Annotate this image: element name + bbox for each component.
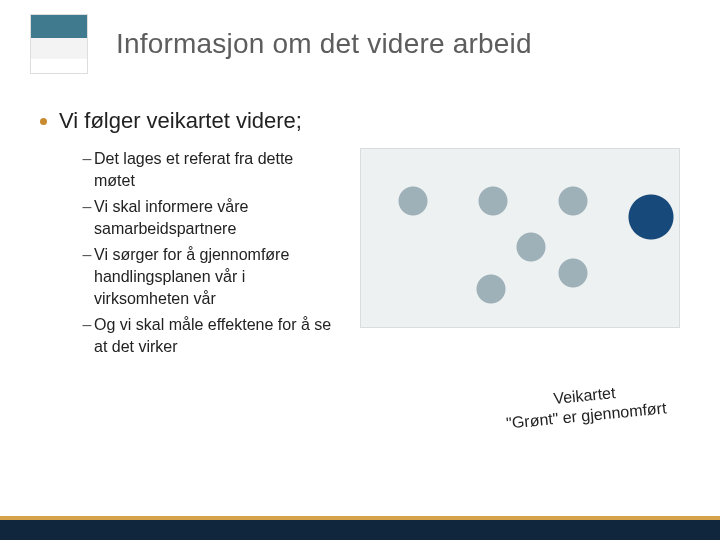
lead-bullet: Vi følger veikartet videre; — [40, 108, 680, 134]
sub-text: Og vi skal måle effektene for å se at de… — [94, 314, 338, 358]
slide-title: Informasjon om det videre arbeid — [116, 28, 532, 60]
sub-item: – Vi sørger for å gjennomføre handlingsp… — [80, 244, 338, 310]
columns: – Det lages et referat fra dette møtet –… — [40, 148, 680, 362]
sub-text: Vi sørger for å gjennomføre handlingspla… — [94, 244, 338, 310]
header: Informasjon om det videre arbeid — [0, 0, 720, 74]
dash-icon: – — [80, 196, 94, 240]
slide: Informasjon om det videre arbeid Vi følg… — [0, 0, 720, 540]
logo — [30, 14, 88, 74]
dash-icon: – — [80, 148, 94, 192]
body: Vi følger veikartet videre; – Det lages … — [0, 74, 720, 362]
figure-column — [338, 148, 680, 362]
lead-text: Vi følger veikartet videre; — [59, 108, 302, 134]
sub-text: Vi skal informere våre samarbeidspartner… — [94, 196, 338, 240]
dash-icon: – — [80, 314, 94, 358]
sub-item: – Og vi skal måle effektene for å se at … — [80, 314, 338, 358]
sub-text: Det lages et referat fra dette møtet — [94, 148, 338, 192]
footer — [0, 516, 720, 540]
sub-bullets: – Det lages et referat fra dette møtet –… — [40, 148, 338, 362]
callout-note: Veikartet "Grønt" er gjennomført — [504, 378, 668, 433]
footer-bar — [0, 520, 720, 540]
roadmap-figure — [360, 148, 680, 328]
sub-item: – Vi skal informere våre samarbeidspartn… — [80, 196, 338, 240]
sub-item: – Det lages et referat fra dette møtet — [80, 148, 338, 192]
bullet-icon — [40, 118, 47, 125]
dash-icon: – — [80, 244, 94, 310]
